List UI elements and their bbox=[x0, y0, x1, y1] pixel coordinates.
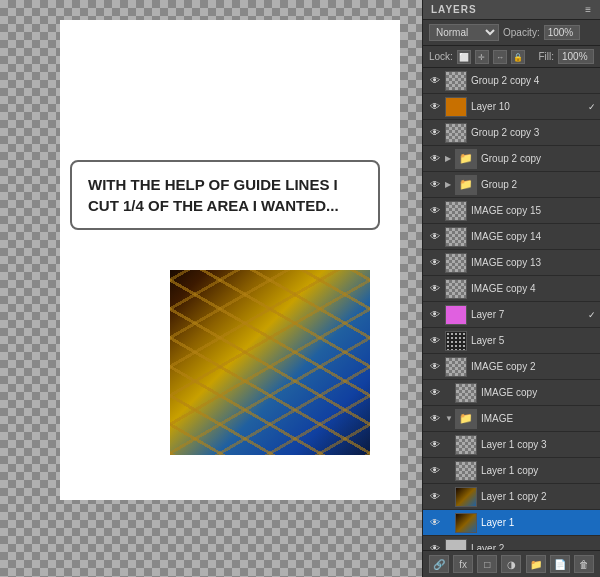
layer-visibility-icon[interactable]: 👁 bbox=[427, 489, 443, 505]
layer-item[interactable]: 👁Layer 1 copy 2 bbox=[423, 484, 600, 510]
photo-area bbox=[170, 270, 370, 455]
layer-visibility-icon[interactable]: 👁 bbox=[427, 73, 443, 89]
layer-item[interactable]: 👁IMAGE copy 4 bbox=[423, 276, 600, 302]
opacity-label: Opacity: bbox=[503, 27, 540, 38]
layer-thumbnail bbox=[445, 201, 467, 221]
panel-header: LAYERS ≡ bbox=[423, 0, 600, 20]
layer-style-btn[interactable]: fx bbox=[453, 555, 473, 573]
canvas-area: WITH THE HELP OF GUIDE LINES I CUT 1/4 O… bbox=[0, 0, 422, 577]
layer-item[interactable]: 👁Layer 5 bbox=[423, 328, 600, 354]
layer-visibility-icon[interactable]: 👁 bbox=[427, 255, 443, 271]
layer-item[interactable]: 👁Layer 10✓ bbox=[423, 94, 600, 120]
layer-thumbnail: 📁 bbox=[455, 149, 477, 169]
layer-name-label: IMAGE bbox=[481, 413, 596, 424]
layer-item[interactable]: 👁IMAGE copy 15 bbox=[423, 198, 600, 224]
layer-visibility-icon[interactable]: 👁 bbox=[427, 515, 443, 531]
layer-visibility-icon[interactable]: 👁 bbox=[427, 125, 443, 141]
layer-name-label: IMAGE copy 4 bbox=[471, 283, 596, 294]
layer-visibility-icon[interactable]: 👁 bbox=[427, 385, 443, 401]
layer-item[interactable]: 👁Layer 2 bbox=[423, 536, 600, 550]
layer-thumbnail bbox=[445, 97, 467, 117]
layer-name-label: Layer 1 bbox=[481, 517, 596, 528]
text-bubble-content: WITH THE HELP OF GUIDE LINES I CUT 1/4 O… bbox=[88, 174, 362, 216]
layer-item[interactable]: 👁Group 2 copy 4 bbox=[423, 68, 600, 94]
layer-visibility-icon[interactable]: 👁 bbox=[427, 463, 443, 479]
layer-item[interactable]: 👁▼📁IMAGE bbox=[423, 406, 600, 432]
layer-item[interactable]: 👁Layer 7✓ bbox=[423, 302, 600, 328]
group-expand-arrow[interactable]: ▶ bbox=[445, 154, 455, 163]
layer-thumbnail bbox=[445, 279, 467, 299]
layer-mask-btn[interactable]: □ bbox=[477, 555, 497, 573]
layer-name-label: IMAGE copy 13 bbox=[471, 257, 596, 268]
layer-name-label: Layer 5 bbox=[471, 335, 596, 346]
layer-visibility-icon[interactable]: 👁 bbox=[427, 411, 443, 427]
layer-name-label: Layer 1 copy 2 bbox=[481, 491, 596, 502]
group-expand-arrow[interactable]: ▼ bbox=[445, 414, 455, 423]
layer-name-label: IMAGE copy bbox=[481, 387, 596, 398]
layer-thumbnail bbox=[455, 435, 477, 455]
layer-thumbnail bbox=[455, 513, 477, 533]
panel-title: LAYERS bbox=[431, 4, 477, 15]
layer-thumbnail bbox=[445, 123, 467, 143]
layer-visibility-icon[interactable]: 👁 bbox=[427, 333, 443, 349]
layer-visibility-icon[interactable]: 👁 bbox=[427, 307, 443, 323]
new-adjustment-btn[interactable]: ◑ bbox=[501, 555, 521, 573]
layer-visibility-icon[interactable]: 👁 bbox=[427, 151, 443, 167]
layer-visibility-icon[interactable]: 👁 bbox=[427, 281, 443, 297]
layer-item[interactable]: 👁IMAGE copy 2 bbox=[423, 354, 600, 380]
layer-thumbnail: 📁 bbox=[455, 175, 477, 195]
lock-pixels-btn[interactable]: ⬜ bbox=[457, 50, 471, 64]
layer-visibility-icon[interactable]: 👁 bbox=[427, 541, 443, 551]
link-layers-btn[interactable]: 🔗 bbox=[429, 555, 449, 573]
layer-name-label: Group 2 copy bbox=[481, 153, 596, 164]
panel-collapse-icon[interactable]: ≡ bbox=[585, 4, 592, 15]
lock-position-btn[interactable]: ✛ bbox=[475, 50, 489, 64]
layer-name-label: Group 2 copy 4 bbox=[471, 75, 596, 86]
layer-thumbnail bbox=[445, 305, 467, 325]
layer-name-label: Layer 10 bbox=[471, 101, 586, 112]
layer-thumbnail bbox=[445, 539, 467, 551]
layer-item[interactable]: 👁Layer 1 copy 3 bbox=[423, 432, 600, 458]
layer-thumbnail bbox=[445, 227, 467, 247]
lock-all-btn[interactable]: 🔒 bbox=[511, 50, 525, 64]
layer-thumbnail bbox=[445, 357, 467, 377]
layer-item[interactable]: 👁IMAGE copy 13 bbox=[423, 250, 600, 276]
opacity-input[interactable] bbox=[544, 25, 580, 40]
blend-opacity-row: Normal Opacity: bbox=[423, 20, 600, 46]
layer-item[interactable]: 👁▶📁Group 2 copy bbox=[423, 146, 600, 172]
layer-thumbnail bbox=[445, 253, 467, 273]
lock-move-btn[interactable]: ↔ bbox=[493, 50, 507, 64]
layer-visibility-icon[interactable]: 👁 bbox=[427, 99, 443, 115]
layer-thumbnail: 📁 bbox=[455, 409, 477, 429]
layer-item[interactable]: 👁Layer 1 bbox=[423, 510, 600, 536]
layer-name-label: Layer 1 copy bbox=[481, 465, 596, 476]
layer-visibility-icon[interactable]: 👁 bbox=[427, 437, 443, 453]
layer-item[interactable]: 👁Group 2 copy 3 bbox=[423, 120, 600, 146]
panel-footer: 🔗 fx □ ◑ 📁 📄 🗑 bbox=[423, 550, 600, 577]
fill-input[interactable] bbox=[558, 49, 594, 64]
layers-panel: LAYERS ≡ Normal Opacity: Lock: ⬜ ✛ ↔ 🔒 F… bbox=[422, 0, 600, 577]
layer-visibility-icon[interactable]: 👁 bbox=[427, 359, 443, 375]
delete-layer-btn[interactable]: 🗑 bbox=[574, 555, 594, 573]
layer-item[interactable]: 👁IMAGE copy 14 bbox=[423, 224, 600, 250]
lock-label: Lock: bbox=[429, 51, 453, 62]
layer-visibility-icon[interactable]: 👁 bbox=[427, 229, 443, 245]
layer-thumbnail bbox=[455, 487, 477, 507]
layer-item[interactable]: 👁Layer 1 copy bbox=[423, 458, 600, 484]
layer-check-icon: ✓ bbox=[588, 102, 596, 112]
blend-mode-select[interactable]: Normal bbox=[429, 24, 499, 41]
lock-fill-row: Lock: ⬜ ✛ ↔ 🔒 Fill: bbox=[423, 46, 600, 68]
group-expand-arrow[interactable]: ▶ bbox=[445, 180, 455, 189]
layer-name-label: Layer 2 bbox=[471, 543, 596, 550]
layer-item[interactable]: 👁▶📁Group 2 bbox=[423, 172, 600, 198]
new-group-btn[interactable]: 📁 bbox=[526, 555, 546, 573]
layer-name-label: Group 2 copy 3 bbox=[471, 127, 596, 138]
new-layer-btn[interactable]: 📄 bbox=[550, 555, 570, 573]
layer-name-label: IMAGE copy 15 bbox=[471, 205, 596, 216]
layer-visibility-icon[interactable]: 👁 bbox=[427, 177, 443, 193]
layer-name-label: IMAGE copy 2 bbox=[471, 361, 596, 372]
layers-list[interactable]: 👁Group 2 copy 4👁Layer 10✓👁Group 2 copy 3… bbox=[423, 68, 600, 550]
layer-item[interactable]: 👁IMAGE copy bbox=[423, 380, 600, 406]
layer-visibility-icon[interactable]: 👁 bbox=[427, 203, 443, 219]
layer-thumbnail bbox=[445, 331, 467, 351]
